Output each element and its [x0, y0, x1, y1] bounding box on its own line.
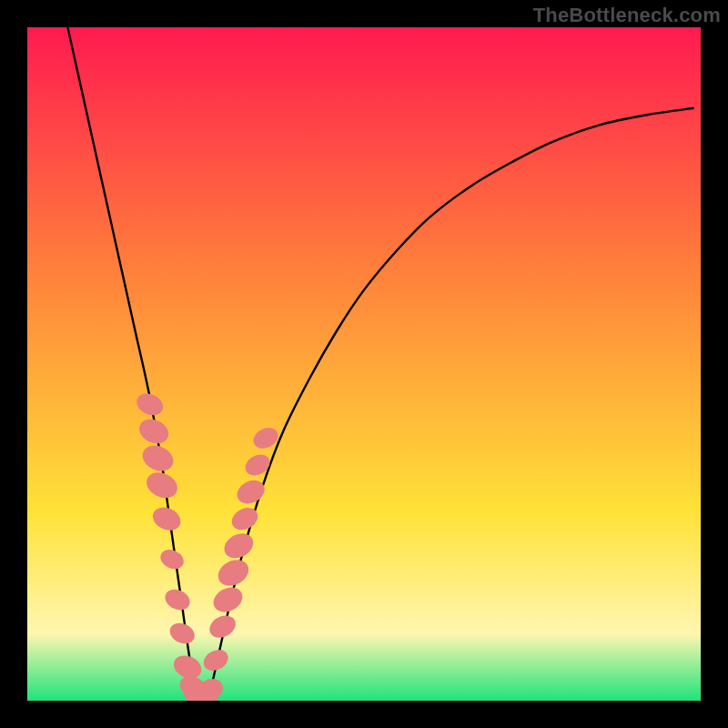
- bead-marker: [209, 582, 247, 617]
- curve-beads: [27, 27, 701, 701]
- bead-marker: [214, 555, 253, 592]
- outer-frame: TheBottleneck.com: [0, 0, 728, 728]
- bead-marker: [242, 450, 274, 480]
- plot-area: [27, 27, 701, 701]
- bead-marker: [149, 503, 185, 535]
- bead-marker: [206, 612, 239, 642]
- bead-marker: [200, 646, 232, 675]
- bead-marker: [138, 440, 177, 476]
- bead-marker: [143, 468, 182, 503]
- bead-marker: [157, 546, 187, 572]
- bead-marker: [233, 476, 268, 509]
- bead-marker: [220, 529, 258, 563]
- bead-marker: [133, 389, 167, 420]
- bead-marker: [167, 620, 198, 648]
- bead-marker: [136, 415, 173, 449]
- bead-marker: [250, 424, 282, 453]
- bead-marker: [162, 586, 194, 614]
- watermark-text: TheBottleneck.com: [533, 4, 721, 27]
- bead-marker: [228, 503, 262, 534]
